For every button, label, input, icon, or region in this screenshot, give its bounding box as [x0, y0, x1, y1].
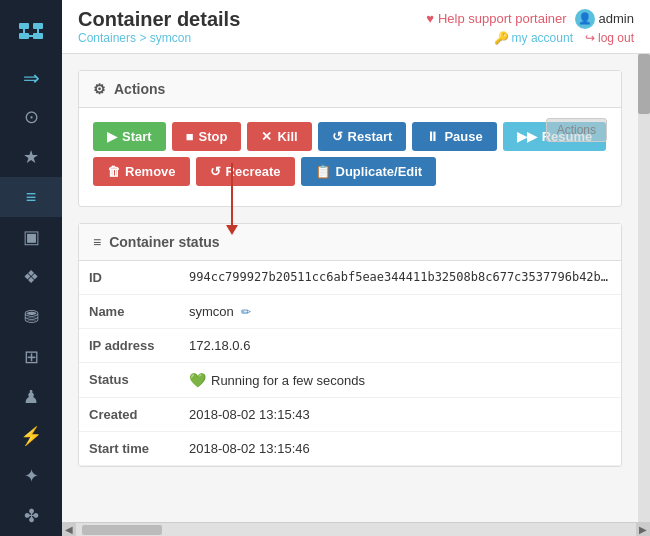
start-time-value: 2018-08-02 13:15:46 [179, 432, 621, 466]
heart-icon: 💚 [189, 372, 206, 388]
sidebar-item-dashboard[interactable]: ⊞ [0, 337, 62, 377]
actions-ghost-label: Actions [546, 118, 607, 142]
edit-icon[interactable]: ✏ [241, 305, 251, 319]
help-link[interactable]: Help support portainer [426, 11, 566, 26]
sidebar-logo[interactable] [0, 8, 62, 54]
page-title: Container details [78, 8, 240, 31]
start-time-label: Start time [79, 432, 179, 466]
start-icon: ▶ [107, 129, 117, 144]
sidebar-item-volumes[interactable]: ⛃ [0, 297, 62, 337]
id-value: 994cc799927b20511cc6abf5eae344411b32508b… [179, 261, 621, 295]
header-right: Help support portainer 👤 admin 🔑 my acco… [426, 9, 634, 45]
scrollbar-thumb[interactable] [638, 54, 650, 114]
header-links: 🔑 my account ↪ log out [494, 31, 634, 45]
sidebar-item-settings[interactable]: ✦ [0, 456, 62, 496]
admin-icon: 👤 [575, 9, 595, 29]
stop-button[interactable]: ■ Stop [172, 122, 242, 151]
stop-icon: ■ [186, 129, 194, 144]
my-account-link[interactable]: 🔑 my account [494, 31, 573, 45]
logout-icon: ↪ [585, 31, 595, 45]
gear-icon: ⚙ [93, 81, 106, 97]
breadcrumb-current: symcon [150, 31, 191, 45]
scroll-left-button[interactable]: ◀ [62, 523, 76, 537]
logout-link[interactable]: ↪ log out [585, 31, 634, 45]
sidebar: ⇒ ⊙ ★ ≡ ▣ ❖ ⛃ ⊞ ♟ ⚡ ✦ ✤ [0, 0, 62, 536]
actions-panel-body: Actions ▶ Start ■ Stop ✕ Kill [79, 108, 621, 206]
recreate-button[interactable]: ↺ Recreate [196, 157, 295, 186]
svg-rect-1 [33, 23, 43, 29]
ip-value: 172.18.0.6 [179, 329, 621, 363]
sidebar-item-endpoints[interactable]: ⊙ [0, 97, 62, 137]
arrow-annotation [226, 163, 238, 235]
actions-button-row1: ▶ Start ■ Stop ✕ Kill ↺ [93, 122, 607, 151]
pause-icon: ⏸ [426, 129, 439, 144]
sidebar-item-images[interactable]: ▣ [0, 217, 62, 257]
start-button[interactable]: ▶ Start [93, 122, 166, 151]
breadcrumb: Containers > symcon [78, 31, 240, 45]
trash-icon: 🗑 [107, 164, 120, 179]
key-icon: 🔑 [494, 31, 509, 45]
content-area: ⚙ Actions Actions ▶ Start ■ Stop [62, 54, 638, 522]
duplicate-edit-button[interactable]: 📋 Duplicate/Edit [301, 157, 437, 186]
sidebar-item-home[interactable]: ⇒ [0, 58, 62, 98]
header: Container details Containers > symcon He… [62, 0, 650, 54]
sidebar-item-networks[interactable]: ❖ [0, 257, 62, 297]
status-value: 💚 Running for a few seconds [179, 363, 621, 398]
kill-icon: ✕ [261, 129, 272, 144]
header-top-links: Help support portainer 👤 admin [426, 9, 634, 29]
header-left: Container details Containers > symcon [78, 8, 240, 45]
resume-icon: ▶▶ [517, 129, 537, 144]
status-table: ID 994cc799927b20511cc6abf5eae344411b325… [79, 261, 621, 466]
sidebar-item-containers[interactable]: ≡ [0, 177, 62, 217]
status-panel-body: ID 994cc799927b20511cc6abf5eae344411b325… [79, 261, 621, 466]
created-label: Created [79, 398, 179, 432]
kill-button[interactable]: ✕ Kill [247, 122, 311, 151]
table-row: Start time 2018-08-02 13:15:46 [79, 432, 621, 466]
arrow-head [226, 225, 238, 235]
sidebar-item-extensions[interactable]: ✤ [0, 496, 62, 536]
running-badge: 💚 Running for a few seconds [189, 372, 365, 388]
table-row: IP address 172.18.0.6 [79, 329, 621, 363]
table-row: Created 2018-08-02 13:15:43 [79, 398, 621, 432]
sidebar-item-events[interactable]: ⚡ [0, 416, 62, 456]
remove-button[interactable]: 🗑 Remove [93, 157, 190, 186]
list-icon: ≡ [93, 234, 101, 250]
arrow-line [231, 163, 233, 225]
status-panel: ≡ Container status ID 994cc799927b20511c… [78, 223, 622, 467]
actions-panel: ⚙ Actions Actions ▶ Start ■ Stop [78, 70, 622, 207]
bottom-scroll-track[interactable] [76, 523, 636, 536]
id-label: ID [79, 261, 179, 295]
scroll-right-button[interactable]: ▶ [636, 523, 650, 537]
status-label: Status [79, 363, 179, 398]
restart-button[interactable]: ↺ Restart [318, 122, 407, 151]
actions-panel-heading: ⚙ Actions [79, 71, 621, 108]
name-value: symcon ✏ [179, 295, 621, 329]
sidebar-item-users[interactable]: ♟ [0, 377, 62, 417]
table-row: Status 💚 Running for a few seconds [79, 363, 621, 398]
scrollbar-track[interactable] [638, 54, 650, 522]
restart-icon: ↺ [332, 129, 343, 144]
recreate-icon: ↺ [210, 164, 221, 179]
admin-info: 👤 admin [575, 9, 634, 29]
table-row: ID 994cc799927b20511cc6abf5eae344411b325… [79, 261, 621, 295]
created-value: 2018-08-02 13:15:43 [179, 398, 621, 432]
svg-rect-0 [19, 23, 29, 29]
duplicate-icon: 📋 [315, 164, 331, 179]
actions-button-row2: 🗑 Remove ↺ Recreate 📋 Duplicate/Edit [93, 157, 607, 186]
breadcrumb-parent[interactable]: Containers [78, 31, 136, 45]
main-area: Container details Containers > symcon He… [62, 0, 650, 536]
sidebar-item-templates[interactable]: ★ [0, 137, 62, 177]
table-row: Name symcon ✏ [79, 295, 621, 329]
name-label: Name [79, 295, 179, 329]
bottom-scroll-thumb[interactable] [82, 525, 162, 535]
pause-button[interactable]: ⏸ Pause [412, 122, 496, 151]
status-panel-heading: ≡ Container status [79, 224, 621, 261]
bottom-scrollbar[interactable]: ◀ ▶ [62, 522, 650, 536]
admin-label: admin [599, 11, 634, 26]
ip-label: IP address [79, 329, 179, 363]
